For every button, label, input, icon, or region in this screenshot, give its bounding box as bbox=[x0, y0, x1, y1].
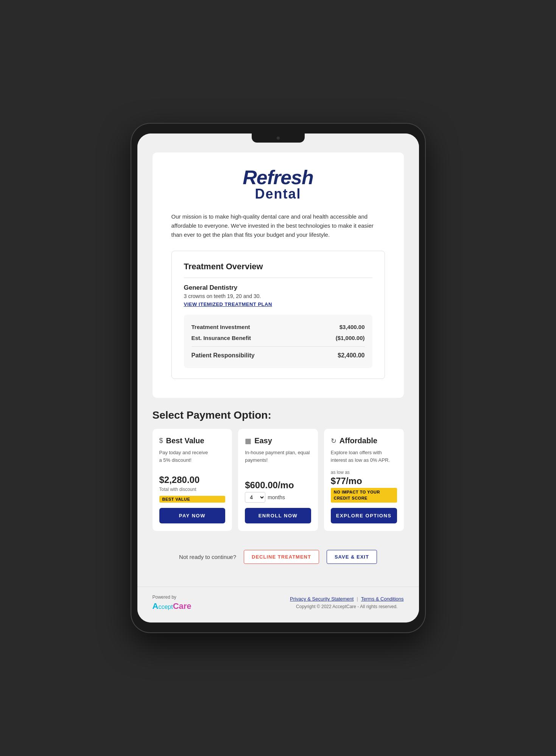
main-card: Refresh Dental Our mission is to make hi… bbox=[153, 152, 404, 398]
camera-bar bbox=[252, 134, 305, 143]
payment-section: Select Payment Option: $ Best Value Pay … bbox=[153, 409, 404, 531]
cost-box: Treatment Investment $3,400.00 Est. Insu… bbox=[184, 315, 372, 368]
cost-row-responsibility: Patient Responsibility $2,400.00 bbox=[192, 346, 365, 361]
no-impact-badge: NO IMPACT TO YOURCREDIT SCORE bbox=[331, 488, 397, 503]
logo-dental: Dental bbox=[171, 187, 385, 201]
pay-now-button[interactable]: PAY NOW bbox=[159, 508, 226, 523]
camera-dot bbox=[277, 137, 280, 140]
investment-label: Treatment Investment bbox=[192, 324, 250, 330]
best-value-header: $ Best Value bbox=[159, 436, 226, 445]
responsibility-value: $2,400.00 bbox=[338, 352, 364, 359]
best-value-desc: Pay today and receivea 5% discount! bbox=[159, 449, 226, 469]
explore-options-button[interactable]: EXPLORE OPTIONS bbox=[331, 508, 397, 523]
acceptcare-logo: AcceptCare bbox=[153, 601, 192, 611]
powered-by-label: Powered by bbox=[153, 595, 192, 600]
cost-row-insurance: Est. Insurance Benefit ($1,000.00) bbox=[192, 332, 365, 343]
accept-part: A bbox=[153, 601, 159, 611]
easy-desc: In-house payment plan, equal payments! bbox=[245, 449, 311, 474]
affordable-desc: Explore loan offers with interest as low… bbox=[331, 449, 397, 464]
treatment-overview-box: Treatment Overview General Dentistry 3 c… bbox=[171, 251, 385, 379]
logo-area: Refresh Dental bbox=[171, 168, 385, 201]
easy-header: ▦ Easy bbox=[245, 436, 311, 445]
powered-by-section: Powered by AcceptCare bbox=[153, 595, 192, 611]
dollar-icon: $ bbox=[159, 437, 163, 445]
payment-plan-icon: ▦ bbox=[245, 437, 251, 445]
affordable-header: ↻ Affordable bbox=[331, 436, 397, 445]
footer-separator: | bbox=[357, 596, 358, 602]
care-part: Care bbox=[173, 601, 192, 611]
payment-card-affordable: ↻ Affordable Explore loan offers with in… bbox=[324, 429, 404, 531]
months-selector: 4 6 8 12 months bbox=[245, 492, 311, 503]
footer-copyright: Copyright © 2022 AcceptCare - All rights… bbox=[290, 604, 403, 609]
not-ready-text: Not ready to continue? bbox=[179, 554, 236, 560]
treatment-category: General Dentistry bbox=[184, 284, 372, 292]
cost-row-investment: Treatment Investment $3,400.00 bbox=[192, 321, 365, 332]
mission-text: Our mission is to make high-quality dent… bbox=[171, 212, 385, 239]
decline-treatment-button[interactable]: DECLINE TREATMENT bbox=[244, 550, 319, 564]
bottom-actions: Not ready to continue? DECLINE TREATMENT… bbox=[153, 542, 404, 575]
investment-value: $3,400.00 bbox=[340, 324, 365, 330]
tablet-frame: Refresh Dental Our mission is to make hi… bbox=[131, 123, 426, 633]
treatment-overview-title: Treatment Overview bbox=[184, 262, 372, 278]
view-itemized-plan-link[interactable]: VIEW ITEMIZED TREATMENT PLAN bbox=[184, 301, 272, 307]
best-value-amount: $2,280.00 bbox=[159, 475, 226, 485]
refresh-icon: ↻ bbox=[331, 437, 336, 445]
logo-refresh: Refresh Dental bbox=[171, 168, 385, 201]
best-value-title: Best Value bbox=[166, 436, 204, 445]
affordable-title: Affordable bbox=[340, 436, 377, 445]
payment-section-title: Select Payment Option: bbox=[153, 409, 404, 421]
responsibility-label: Patient Responsibility bbox=[192, 352, 255, 359]
best-value-sub: Total with discount bbox=[159, 487, 226, 492]
months-select[interactable]: 4 6 8 12 bbox=[245, 492, 265, 503]
insurance-value: ($1,000.00) bbox=[336, 335, 365, 341]
footer-link-row: Privacy & Security Statement | Terms & C… bbox=[290, 596, 403, 602]
accept-text: ccept bbox=[158, 604, 173, 610]
insurance-label: Est. Insurance Benefit bbox=[192, 335, 251, 341]
payment-card-easy: ▦ Easy In-house payment plan, equal paym… bbox=[238, 429, 318, 531]
easy-amount: $600.00/mo bbox=[245, 480, 311, 491]
footer: Powered by AcceptCare Privacy & Security… bbox=[137, 587, 419, 622]
tablet-screen: Refresh Dental Our mission is to make hi… bbox=[137, 134, 419, 622]
page-content: Refresh Dental Our mission is to make hi… bbox=[137, 134, 419, 587]
enroll-now-button[interactable]: ENROLL NOW bbox=[245, 508, 311, 523]
payment-options-grid: $ Best Value Pay today and receivea 5% d… bbox=[153, 429, 404, 531]
as-low-as-label: as low as bbox=[331, 470, 397, 475]
privacy-link[interactable]: Privacy & Security Statement bbox=[290, 596, 354, 602]
save-exit-button[interactable]: SAVE & EXIT bbox=[327, 550, 377, 564]
months-label: months bbox=[268, 494, 285, 500]
affordable-amount: $77/mo bbox=[331, 476, 397, 486]
footer-links: Privacy & Security Statement | Terms & C… bbox=[290, 596, 403, 609]
easy-title: Easy bbox=[254, 436, 272, 445]
payment-card-best-value: $ Best Value Pay today and receivea 5% d… bbox=[153, 429, 232, 531]
terms-link[interactable]: Terms & Conditions bbox=[361, 596, 404, 602]
treatment-description: 3 crowns on teeth 19, 20 and 30. bbox=[184, 293, 372, 299]
best-value-badge: BEST VALUE bbox=[159, 496, 226, 503]
